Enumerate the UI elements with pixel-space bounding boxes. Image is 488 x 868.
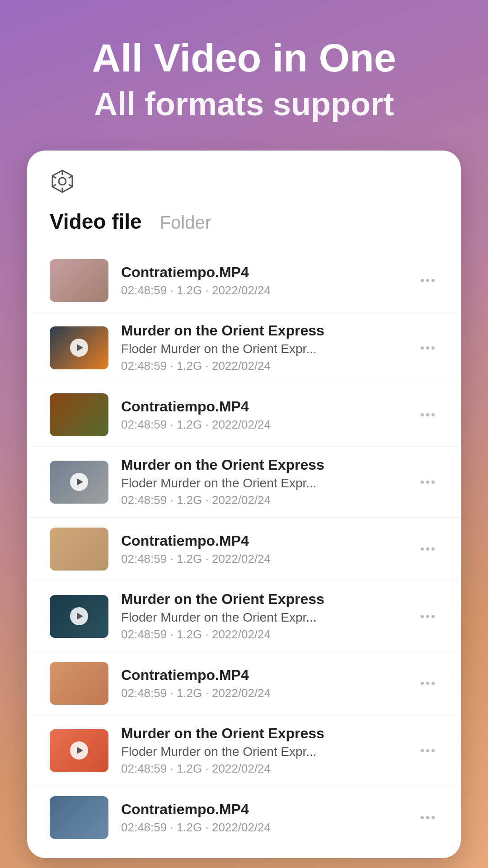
background: All Video in One All formats support Vid…	[0, 0, 488, 858]
video-thumbnail	[50, 326, 108, 369]
video-info: Contratiempo.MP4 02:48:59 · 1.2G · 2022/…	[121, 667, 404, 700]
more-dots-icon	[421, 279, 435, 282]
video-title: Contratiempo.MP4	[121, 398, 404, 415]
tab-row: Video file Folder	[50, 209, 438, 236]
video-thumbnail	[50, 595, 108, 638]
video-meta: 02:48:59 · 1.2G · 2022/02/24	[121, 686, 404, 700]
header-title: All Video in One	[27, 36, 461, 80]
video-title: Contratiempo.MP4	[121, 264, 404, 281]
play-button[interactable]	[70, 741, 88, 760]
video-info: Murder on the Orient Express Floder Murd…	[121, 591, 404, 642]
list-item[interactable]: Contratiempo.MP4 02:48:59 · 1.2G · 2022/…	[27, 786, 461, 849]
list-item[interactable]: Contratiempo.MP4 02:48:59 · 1.2G · 2022/…	[27, 652, 461, 715]
video-info: Contratiempo.MP4 02:48:59 · 1.2G · 2022/…	[121, 398, 404, 432]
play-button[interactable]	[70, 473, 88, 491]
main-card: Video file Folder Contratiempo.MP4 02:48…	[27, 151, 461, 858]
play-icon	[77, 747, 83, 754]
more-options-button[interactable]	[417, 342, 438, 354]
more-dots-icon	[421, 615, 435, 618]
video-info: Murder on the Orient Express Floder Murd…	[121, 322, 404, 373]
video-info: Murder on the Orient Express Floder Murd…	[121, 457, 404, 507]
video-subtitle: Floder Murder on the Orient Expr...	[121, 610, 404, 625]
video-meta: 02:48:59 · 1.2G · 2022/02/24	[121, 821, 404, 835]
more-options-button[interactable]	[417, 677, 438, 689]
list-item[interactable]: Murder on the Orient Express Floder Murd…	[27, 581, 461, 652]
more-options-button[interactable]	[417, 409, 438, 421]
header-section: All Video in One All formats support	[0, 0, 488, 151]
more-options-button[interactable]	[417, 274, 438, 287]
video-info: Contratiempo.MP4 02:48:59 · 1.2G · 2022/…	[121, 264, 404, 297]
video-thumbnail	[50, 796, 108, 839]
more-options-button[interactable]	[417, 811, 438, 824]
tab-video-file[interactable]: Video file	[50, 209, 142, 236]
list-item[interactable]: Contratiempo.MP4 02:48:59 · 1.2G · 2022/…	[27, 249, 461, 312]
video-title: Contratiempo.MP4	[121, 667, 404, 684]
header-subtitle: All formats support	[27, 85, 461, 123]
video-title: Contratiempo.MP4	[121, 801, 404, 818]
video-thumbnail	[50, 729, 108, 772]
more-options-button[interactable]	[417, 745, 438, 757]
video-info: Contratiempo.MP4 02:48:59 · 1.2G · 2022/…	[121, 801, 404, 835]
tab-folder[interactable]: Folder	[160, 212, 211, 233]
video-title: Contratiempo.MP4	[121, 533, 404, 549]
more-options-button[interactable]	[417, 543, 438, 555]
more-options-button[interactable]	[417, 610, 438, 623]
video-thumbnail	[50, 393, 108, 436]
list-item[interactable]: Murder on the Orient Express Floder Murd…	[27, 715, 461, 786]
video-title: Murder on the Orient Express	[121, 725, 404, 742]
list-item[interactable]: Contratiempo.MP4 02:48:59 · 1.2G · 2022/…	[27, 383, 461, 447]
video-thumbnail	[50, 461, 108, 504]
video-thumbnail	[50, 662, 108, 705]
svg-point-0	[59, 178, 66, 185]
video-thumbnail	[50, 528, 108, 571]
video-subtitle: Floder Murder on the Orient Expr...	[121, 476, 404, 491]
video-thumbnail	[50, 259, 108, 302]
video-subtitle: Floder Murder on the Orient Expr...	[121, 745, 404, 759]
video-meta: 02:48:59 · 1.2G · 2022/02/24	[121, 283, 404, 297]
more-dots-icon	[421, 749, 435, 752]
video-meta: 02:48:59 · 1.2G · 2022/02/24	[121, 418, 404, 432]
more-dots-icon	[421, 682, 435, 685]
list-item[interactable]: Contratiempo.MP4 02:48:59 · 1.2G · 2022/…	[27, 518, 461, 581]
card-header: Video file Folder	[27, 169, 461, 249]
list-item[interactable]: Murder on the Orient Express Floder Murd…	[27, 312, 461, 383]
video-subtitle: Floder Murder on the Orient Expr...	[121, 342, 404, 356]
play-icon	[77, 478, 83, 486]
play-icon	[77, 613, 83, 620]
more-dots-icon	[421, 481, 435, 484]
more-dots-icon	[421, 346, 435, 349]
play-button[interactable]	[70, 339, 88, 357]
more-dots-icon	[421, 547, 435, 551]
video-title: Murder on the Orient Express	[121, 457, 404, 473]
app-icon	[50, 169, 75, 194]
list-item[interactable]: Murder on the Orient Express Floder Murd…	[27, 447, 461, 518]
video-meta: 02:48:59 · 1.2G · 2022/02/24	[121, 762, 404, 776]
video-info: Murder on the Orient Express Floder Murd…	[121, 725, 404, 776]
video-list: Contratiempo.MP4 02:48:59 · 1.2G · 2022/…	[27, 249, 461, 849]
more-options-button[interactable]	[417, 476, 438, 488]
play-button[interactable]	[70, 607, 88, 625]
more-dots-icon	[421, 413, 435, 416]
video-title: Murder on the Orient Express	[121, 322, 404, 339]
video-meta: 02:48:59 · 1.2G · 2022/02/24	[121, 552, 404, 566]
play-icon	[77, 344, 83, 351]
video-meta: 02:48:59 · 1.2G · 2022/02/24	[121, 627, 404, 642]
video-title: Murder on the Orient Express	[121, 591, 404, 608]
video-meta: 02:48:59 · 1.2G · 2022/02/24	[121, 493, 404, 507]
video-meta: 02:48:59 · 1.2G · 2022/02/24	[121, 359, 404, 373]
video-info: Contratiempo.MP4 02:48:59 · 1.2G · 2022/…	[121, 533, 404, 566]
more-dots-icon	[421, 816, 435, 819]
